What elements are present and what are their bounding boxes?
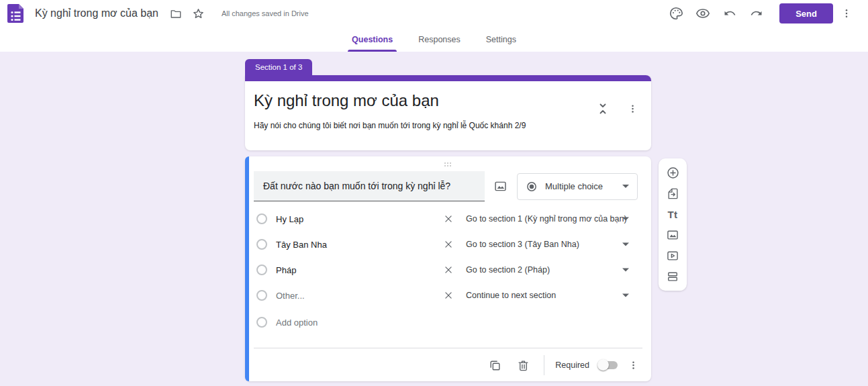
forms-logo-icon[interactable]	[7, 3, 26, 23]
radio-icon	[256, 213, 267, 224]
goto-section-select[interactable]: Continue to next section	[466, 291, 556, 300]
add-title-text-icon[interactable]: Tt	[662, 204, 683, 225]
question-type-select[interactable]: Multiple choice	[517, 173, 638, 200]
add-video-icon[interactable]	[662, 245, 683, 266]
option-label[interactable]: Pháp	[276, 265, 296, 275]
import-questions-icon[interactable]	[662, 183, 683, 204]
delete-question-icon[interactable]	[515, 357, 531, 373]
title-card-actions	[596, 102, 639, 115]
question-type-label: Multiple choice	[545, 181, 603, 191]
option-label[interactable]: Tây Ban Nha	[276, 240, 327, 250]
send-button[interactable]: Send	[779, 3, 833, 23]
add-option-label[interactable]: Add option	[276, 318, 318, 328]
remove-option-icon[interactable]	[443, 213, 454, 224]
question-overflow-menu-icon[interactable]	[625, 357, 641, 373]
google-forms-editor: Kỳ nghỉ trong mơ của bạn All changes sav…	[0, 0, 868, 386]
option-label-other[interactable]: Other...	[276, 291, 305, 301]
remove-option-icon[interactable]	[443, 264, 454, 275]
option-row: Other... Continue to next section	[249, 283, 647, 308]
option-label[interactable]: Hy Lạp	[276, 214, 303, 224]
tab-responses[interactable]: Responses	[414, 35, 465, 52]
star-icon[interactable]	[191, 5, 207, 21]
duplicate-question-icon[interactable]	[487, 357, 503, 373]
chevron-down-icon	[622, 185, 629, 188]
chevron-down-icon[interactable]	[622, 294, 629, 297]
question-text-input[interactable]: Đất nước nào bạn muốn tới trong kỳ nghỉ …	[254, 171, 485, 201]
option-row: Hy Lạp Go to section 1 (Kỳ nghỉ trong mơ…	[249, 206, 647, 232]
top-actions: Send	[663, 3, 860, 23]
goto-section-select[interactable]: Go to section 3 (Tây Ban Nha)	[466, 240, 579, 249]
move-folder-icon[interactable]	[168, 5, 184, 21]
section-overflow-menu-icon[interactable]	[626, 102, 639, 115]
question-footer: Required	[254, 354, 642, 377]
add-image-icon[interactable]	[662, 224, 683, 245]
chevron-down-icon[interactable]	[622, 218, 629, 221]
document-title[interactable]: Kỳ nghỉ trong mơ của bạn	[35, 7, 158, 19]
question-header-row: Đất nước nào bạn muốn tới trong kỳ nghỉ …	[254, 171, 638, 201]
add-section-icon[interactable]	[662, 266, 683, 287]
collapse-section-icon[interactable]	[596, 102, 610, 115]
section-badge: Section 1 of 3	[245, 59, 312, 75]
card-accent-bar	[245, 75, 651, 81]
required-toggle[interactable]	[597, 359, 618, 371]
chevron-down-icon[interactable]	[622, 243, 629, 246]
form-description[interactable]: Hãy nói cho chúng tôi biết nơi bạn muốn …	[254, 121, 526, 130]
theme-palette-icon[interactable]	[668, 5, 684, 21]
options-list: Hy Lạp Go to section 1 (Kỳ nghỉ trong mơ…	[249, 206, 647, 335]
remove-option-icon[interactable]	[443, 239, 454, 250]
required-label: Required	[555, 360, 589, 370]
multiple-choice-icon	[526, 181, 538, 193]
option-row: Tây Ban Nha Go to section 3 (Tây Ban Nha…	[249, 232, 647, 257]
remove-option-icon[interactable]	[443, 290, 454, 301]
form-title-card[interactable]: Kỳ nghỉ trong mơ của bạn Hãy nói cho chú…	[245, 75, 651, 150]
chevron-down-icon[interactable]	[622, 269, 629, 272]
save-status: All changes saved in Drive	[222, 9, 309, 17]
question-card[interactable]: Đất nước nào bạn muốn tới trong kỳ nghỉ …	[245, 156, 651, 381]
top-bar: Kỳ nghỉ trong mơ của bạn All changes sav…	[0, 0, 868, 27]
form-title[interactable]: Kỳ nghỉ trong mơ của bạn	[254, 91, 439, 110]
add-question-icon[interactable]	[662, 162, 683, 183]
radio-icon	[256, 239, 267, 250]
tab-bar: Questions Responses Settings	[0, 27, 868, 52]
radio-icon	[256, 264, 267, 275]
add-option-row[interactable]: Add option	[249, 309, 647, 335]
redo-icon[interactable]	[749, 5, 765, 21]
footer-separator	[544, 355, 544, 375]
preview-eye-icon[interactable]	[695, 5, 711, 21]
tab-questions[interactable]: Questions	[348, 35, 397, 52]
goto-section-select[interactable]: Go to section 1 (Kỳ nghỉ trong mơ của bạ…	[466, 214, 627, 224]
header-overflow-menu-icon[interactable]	[838, 5, 855, 21]
drag-handle-icon[interactable]	[444, 162, 452, 168]
goto-section-select[interactable]: Go to section 2 (Pháp)	[466, 265, 550, 275]
undo-icon[interactable]	[722, 5, 738, 21]
radio-icon	[256, 317, 267, 328]
tab-settings[interactable]: Settings	[482, 35, 520, 52]
footer-divider	[254, 348, 642, 348]
add-image-to-question-icon[interactable]	[492, 179, 508, 195]
side-toolbar: Tt	[659, 158, 687, 291]
option-row: Pháp Go to section 2 (Pháp)	[249, 257, 647, 283]
radio-icon	[256, 290, 267, 301]
